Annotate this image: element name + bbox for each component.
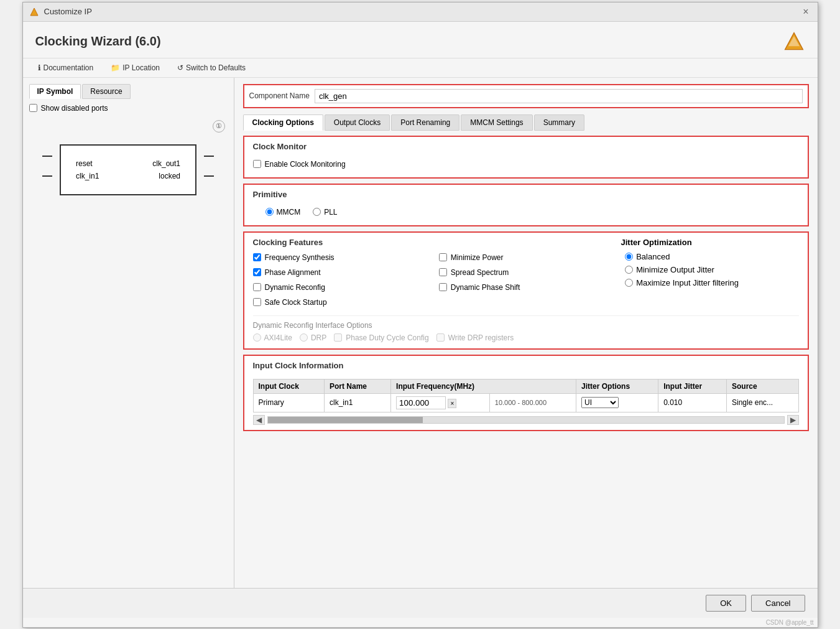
switch-defaults-button[interactable]: ↺ Switch to Defaults (175, 62, 248, 73)
col-port-name: Port Name (324, 379, 390, 393)
folder-icon: 📁 (111, 63, 120, 72)
scroll-track[interactable] (267, 416, 785, 424)
jitter-optimization-title: Jitter Optimization (621, 238, 799, 247)
close-button[interactable]: × (800, 6, 811, 17)
drp-radio-item: DRP (300, 333, 326, 342)
cell-port-name: clk_in1 (324, 393, 390, 412)
component-name-input[interactable] (315, 89, 803, 103)
right-panel: Component Name Clocking Options Output C… (234, 78, 818, 588)
maximize-input-jitter-radio[interactable] (625, 279, 633, 287)
documentation-button[interactable]: ℹ Documentation (35, 62, 96, 73)
tab-clocking-options[interactable]: Clocking Options (243, 114, 323, 131)
main-title: Clocking Wizard (6.0) (35, 34, 161, 49)
minimize-power-row: Minimize Power (439, 252, 612, 263)
primitive-title: Primitive (253, 190, 799, 199)
show-disabled-ports-checkbox[interactable] (29, 104, 37, 112)
clk-out1-pin-label: clk_out1 (152, 159, 180, 168)
minimize-output-jitter-radio[interactable] (625, 266, 633, 274)
safe-clock-startup-label: Safe Clock Startup (265, 298, 327, 307)
spread-spectrum-checkbox[interactable] (439, 268, 447, 276)
write-drp-registers-label: Write DRP registers (448, 333, 514, 342)
toolbar: ℹ Documentation 📁 IP Location ↺ Switch t… (23, 58, 818, 78)
watermark: CSDN @apple_tt (23, 618, 818, 627)
phase-duty-cycle-config-checkbox (334, 333, 342, 342)
tab-mmcm-settings[interactable]: MMCM Settings (461, 114, 532, 131)
scroll-right-arrow[interactable]: ▶ (787, 415, 799, 425)
minimize-power-checkbox[interactable] (439, 253, 447, 261)
tab-summary[interactable]: Summary (534, 114, 584, 131)
spread-spectrum-row: Spread Spectrum (439, 267, 612, 278)
frequency-synthesis-label: Frequency Synthesis (265, 253, 335, 262)
input-clock-table-scroll[interactable]: Input Clock Port Name Input Frequency(MH… (253, 375, 799, 425)
tab-output-clocks[interactable]: Output Clocks (325, 114, 390, 131)
clock-monitor-section: Clock Monitor Enable Clock Monitoring (243, 136, 809, 179)
cell-freq-range: 10.000 - 800.000 (489, 393, 576, 412)
drp-radio (300, 333, 308, 342)
mmcm-label: MMCM (277, 208, 301, 217)
right-scroll-area[interactable]: Component Name Clocking Options Output C… (243, 84, 809, 436)
frequency-synthesis-row: Frequency Synthesis (253, 252, 427, 263)
features-col-1: Frequency Synthesis Phase Alignment Dyna… (253, 252, 427, 308)
cell-jitter-options[interactable]: UI ps (576, 393, 658, 412)
scroll-left-arrow[interactable]: ◀ (253, 415, 265, 425)
reset-pin-label: reset (76, 159, 93, 168)
input-clock-table-body: Primary clk_in1 × 10.000 - 800.000 (253, 393, 798, 412)
mmcm-radio[interactable] (265, 208, 274, 216)
col-input-clock: Input Clock (253, 379, 324, 393)
enable-clock-monitoring-row: Enable Clock Monitoring (253, 159, 799, 170)
mmcm-radio-item: MMCM (265, 208, 301, 217)
cancel-button[interactable]: Cancel (751, 595, 805, 612)
title-bar: Customize IP × (23, 2, 818, 22)
safe-clock-startup-row: Safe Clock Startup (253, 297, 427, 308)
dynamic-phase-shift-label: Dynamic Phase Shift (451, 283, 520, 292)
phase-alignment-label: Phase Alignment (265, 268, 321, 277)
xilinx-logo (783, 30, 805, 53)
phase-duty-cycle-config-label: Phase Duty Cycle Config (346, 333, 428, 342)
drp-section: Dynamic Reconfig Interface Options AXI4L… (253, 315, 799, 343)
cell-freq-value[interactable]: × (391, 393, 490, 412)
jitter-options-select[interactable]: UI ps (581, 397, 619, 408)
bottom-bar: OK Cancel (23, 588, 818, 618)
cell-input-jitter: 0.010 (658, 393, 727, 412)
write-drp-registers-row: Write DRP registers (436, 332, 514, 343)
drp-title: Dynamic Reconfig Interface Options (253, 321, 799, 330)
pll-radio[interactable] (313, 208, 321, 216)
cell-source: Single enc... (727, 393, 798, 412)
clock-monitor-title: Clock Monitor (253, 142, 799, 151)
phase-duty-cycle-config-row: Phase Duty Cycle Config (334, 332, 428, 343)
scroll-thumb (268, 417, 423, 423)
main-window: Customize IP × Clocking Wizard (6.0) ℹ D… (22, 2, 818, 628)
freq-clear-button[interactable]: × (448, 399, 456, 408)
dynamic-reconfig-row: Dynamic Reconfig (253, 282, 427, 293)
tab-ip-symbol[interactable]: IP Symbol (29, 84, 81, 99)
enable-clock-monitoring-label: Enable Clock Monitoring (265, 160, 346, 169)
maximize-input-jitter-radio-item: Maximize Input Jitter filtering (625, 278, 798, 287)
reset-pin-line (42, 156, 52, 157)
dynamic-phase-shift-checkbox[interactable] (439, 283, 447, 291)
main-tabs-row: Clocking Options Output Clocks Port Rena… (243, 114, 809, 131)
axi4lite-radio-item: AXI4Lite (253, 333, 292, 342)
col-input-jitter: Input Jitter (658, 379, 727, 393)
left-panel: IP Symbol Resource Show disabled ports ① (23, 78, 234, 588)
ok-button[interactable]: OK (706, 595, 746, 612)
tab-resource[interactable]: Resource (82, 84, 130, 99)
symbol-area: reset clk_out1 clk_in1 locked (29, 108, 228, 232)
pll-label: PLL (324, 208, 337, 217)
tab-port-renaming[interactable]: Port Renaming (391, 114, 459, 131)
maximize-input-jitter-label: Maximize Input Jitter filtering (636, 278, 739, 287)
drp-label: DRP (311, 333, 326, 342)
show-disabled-ports-label: Show disabled ports (41, 104, 108, 113)
balanced-radio[interactable] (625, 253, 633, 261)
freq-value-input[interactable] (396, 396, 446, 409)
enable-clock-monitoring-checkbox[interactable] (253, 160, 261, 168)
frequency-synthesis-checkbox[interactable] (253, 253, 261, 261)
primitive-section: Primitive MMCM PLL (243, 184, 809, 226)
safe-clock-startup-checkbox[interactable] (253, 298, 261, 306)
dynamic-reconfig-checkbox[interactable] (253, 283, 261, 291)
phase-alignment-checkbox[interactable] (253, 268, 261, 276)
title-bar-left: Customize IP (29, 7, 92, 17)
dynamic-phase-shift-row: Dynamic Phase Shift (439, 282, 612, 293)
input-clock-section: Input Clock Information Input Clock Port… (243, 355, 809, 431)
ip-location-button[interactable]: 📁 IP Location (108, 62, 162, 73)
clk-in1-pin-line (42, 175, 52, 177)
